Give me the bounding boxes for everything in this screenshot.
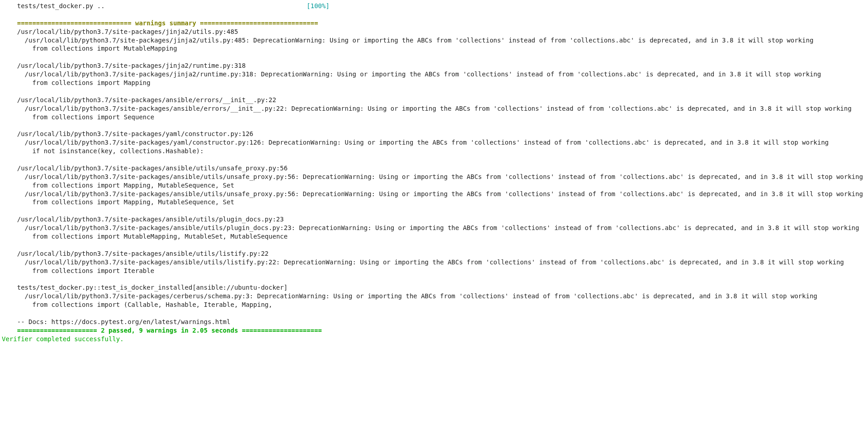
warning-header: /usr/local/lib/python3.7/site-packages/a… (2, 96, 276, 103)
warning-body-line: /usr/local/lib/python3.7/site-packages/y… (2, 139, 829, 146)
warning-body-line: /usr/local/lib/python3.7/site-packages/a… (2, 224, 859, 231)
result-line: ===================== 2 passed, 9 warnin… (2, 327, 322, 334)
header-title: warnings summary (135, 19, 196, 27)
warning-body-line: from collections import MutableMapping, … (2, 233, 288, 240)
warning-body-line: from collections import Iterable (2, 267, 154, 274)
warning-body-line: /usr/local/lib/python3.7/site-packages/a… (2, 105, 852, 112)
warning-body-line: from collections import Sequence (2, 113, 154, 121)
warning-body-line: from collections import Mapping, Mutable… (2, 182, 234, 189)
docs-link-line: -- Docs: https://docs.pytest.org/en/late… (17, 318, 231, 325)
warning-body-line: /usr/local/lib/python3.7/site-packages/c… (2, 292, 817, 300)
warning-body-line: /usr/local/lib/python3.7/site-packages/a… (2, 258, 844, 266)
warning-header: /usr/local/lib/python3.7/site-packages/a… (2, 216, 284, 223)
warning-body-line: from collections import Mapping, Mutable… (2, 198, 234, 206)
test-file-dots: tests/test_docker.py .. (17, 2, 105, 9)
warnings-container: /usr/local/lib/python3.7/site-packages/j… (2, 28, 863, 309)
warning-body-line: /usr/local/lib/python3.7/site-packages/a… (2, 173, 863, 180)
result-text: 2 passed, 9 warnings in 2.05 seconds (101, 327, 238, 334)
result-rule-right: ===================== (238, 327, 322, 334)
header-rule-right: =============================== (196, 19, 318, 27)
warning-body-line: /usr/local/lib/python3.7/site-packages/a… (2, 190, 863, 197)
header-rule-left: ============================== (17, 19, 135, 27)
warnings-summary-header: ============================== warnings … (2, 19, 318, 27)
warning-body-line: /usr/local/lib/python3.7/site-packages/j… (2, 37, 813, 44)
warning-header: /usr/local/lib/python3.7/site-packages/j… (2, 28, 238, 35)
warning-body-line: from collections import Mapping (2, 79, 151, 86)
warning-header: /usr/local/lib/python3.7/site-packages/j… (2, 62, 245, 69)
warning-body-line: /usr/local/lib/python3.7/site-packages/j… (2, 70, 821, 78)
warning-body-line: if not isinstance(key, collections.Hasha… (2, 147, 204, 155)
warning-header: /usr/local/lib/python3.7/site-packages/y… (2, 130, 253, 137)
warning-body-line: from collections import (Callable, Hasha… (2, 301, 272, 308)
verifier-line: Verifier completed successfully. (2, 335, 124, 343)
terminal-output[interactable]: tests/test_docker.py ..[100%] ==========… (0, 0, 868, 345)
result-rule-left: ===================== (17, 327, 101, 334)
progress-line: tests/test_docker.py ..[100%] (2, 2, 866, 10)
warning-header: tests/test_docker.py::test_is_docker_ins… (2, 284, 288, 291)
warning-body-line: from collections import MutableMapping (2, 45, 177, 52)
warning-header: /usr/local/lib/python3.7/site-packages/a… (2, 164, 288, 172)
warning-header: /usr/local/lib/python3.7/site-packages/a… (2, 250, 269, 257)
progress-percent: [100%] (307, 2, 330, 9)
